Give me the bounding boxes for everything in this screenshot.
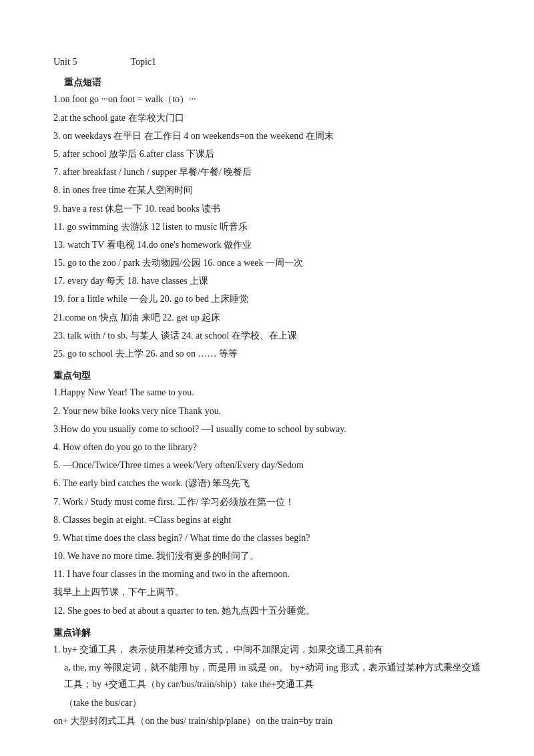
- section-details: 重点详解 1. by+ 交通工具， 表示使用某种交通方式， 中间不加限定词，如果…: [53, 624, 481, 729]
- phrase-item: 17. every day 每天 18. have classes 上课: [53, 272, 481, 289]
- phrase-item: 25. go to school 去上学 26. and so on …… 等等: [53, 345, 481, 362]
- phrase-item: 7. after breakfast / lunch / supper 早餐/午…: [53, 164, 481, 180]
- sentence-item: 8. Classes begin at eight. =Class begins…: [53, 512, 481, 528]
- phrase-item: 13. watch TV 看电视 14.do one's homework 做作…: [53, 236, 481, 253]
- topic-label: Topic1: [130, 53, 156, 70]
- details-title: 重点详解: [53, 624, 481, 641]
- detail-item: on+ 大型封闭式工具（on the bus/ train/ship/plane…: [53, 713, 481, 729]
- phrase-item: 8. in ones free time 在某人空闲时间: [53, 182, 481, 198]
- phrase-item: 2.at the school gate 在学校大门口: [53, 110, 481, 126]
- sentence-item: 3.How do you usually come to school? —I …: [53, 421, 481, 437]
- phrase-item: 11. go swimming 去游泳 12 listen to music 听…: [53, 218, 481, 235]
- section-phrases: 重点短语 1.on foot go ···on foot = walk（to）·…: [53, 74, 481, 362]
- sentence-item: 4. How often do you go to the library?: [53, 439, 481, 455]
- sentences-list: 1.Happy New Year! The same to you.2. You…: [53, 384, 481, 618]
- sentence-item: 1.Happy New Year! The same to you.: [53, 384, 481, 401]
- phrase-item: 21.come on 快点 加油 来吧 22. get up 起床: [53, 309, 481, 326]
- section-sentences: 重点句型 1.Happy New Year! The same to you.2…: [53, 367, 481, 619]
- sentence-item: 5. —Once/Twice/Three times a week/Very o…: [53, 457, 481, 474]
- details-list: 1. by+ 交通工具， 表示使用某种交通方式， 中间不加限定词，如果交通工具前…: [53, 641, 481, 729]
- sentence-item: 10. We have no more time. 我们没有更多的时间了。: [53, 548, 481, 564]
- detail-item: 1. by+ 交通工具， 表示使用某种交通方式， 中间不加限定词，如果交通工具前…: [53, 641, 481, 658]
- sentence-item: 9. What time does the class begin? / Wha…: [53, 530, 481, 546]
- sentence-item: 12. She goes to bed at about a quarter t…: [53, 602, 481, 619]
- phrase-item: 3. on weekdays 在平日 在工作日 4 on weekends=on…: [53, 128, 481, 144]
- header-line: Unit 5 Topic1: [53, 53, 481, 70]
- sentences-title: 重点句型: [53, 367, 481, 384]
- sentence-item: 7. Work / Study must come first. 工作/ 学习必…: [53, 494, 481, 510]
- unit-label: Unit 5: [53, 53, 77, 70]
- page-container: Unit 5 Topic1 重点短语 1.on foot go ···on fo…: [53, 53, 481, 729]
- phrases-list: 1.on foot go ···on foot = walk（to）···2.a…: [53, 91, 481, 362]
- sentence-item: 11. I have four classes in the morning a…: [53, 566, 481, 582]
- sentence-item: 6. The early bird catches the work. (谚语)…: [53, 475, 481, 492]
- phrase-item: 23. talk with / to sb. 与某人 谈话 24. at sch…: [53, 327, 481, 344]
- phrase-item: 15. go to the zoo / park 去动物园/公园 16. onc…: [53, 254, 481, 271]
- sentence-item: 2. Your new bike looks very nice Thank y…: [53, 403, 481, 419]
- phrases-title: 重点短语: [64, 74, 481, 91]
- phrase-item: 1.on foot go ···on foot = walk（to）···: [53, 91, 481, 108]
- detail-item: a, the, my 等限定词，就不能用 by，而是用 in 或是 on。 by…: [64, 659, 481, 693]
- phrase-item: 19. for a little while 一会儿 20. go to bed…: [53, 291, 481, 307]
- sentence-item: 我早上上四节课，下午上两节。: [53, 584, 481, 600]
- detail-item: （take the bus/car）: [64, 695, 481, 711]
- phrase-item: 5. after school 放学后 6.after class 下课后: [53, 146, 481, 162]
- phrase-item: 9. have a rest 休息一下 10. read books 读书: [53, 200, 481, 217]
